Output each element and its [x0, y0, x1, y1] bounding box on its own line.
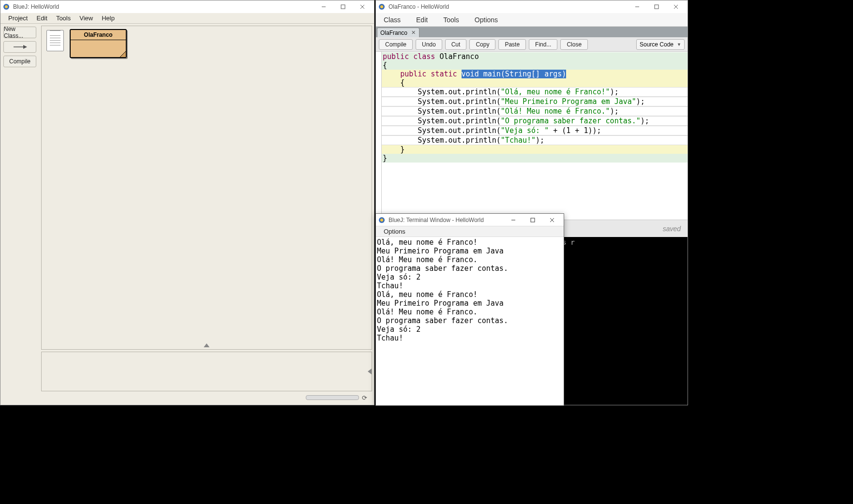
code-line[interactable]: }: [382, 145, 688, 154]
code-line[interactable]: System.out.println("Tchau!");: [382, 135, 688, 145]
code-line[interactable]: {: [382, 78, 688, 87]
terminal-line: Olá! Meu nome é Franco.: [377, 308, 563, 316]
main-title: BlueJ: HelloWorld: [13, 3, 314, 10]
class-name-label: OlaFranco: [71, 30, 126, 40]
minimize-button[interactable]: [628, 0, 647, 13]
code-line[interactable]: System.out.println("Olá! Meu nome é Fran…: [382, 106, 688, 116]
svg-point-15: [380, 219, 383, 222]
view-mode-label: Source Code: [640, 41, 673, 48]
tool-compile[interactable]: Compile: [379, 39, 413, 50]
main-window: BlueJ: HelloWorld Project Edit Tools Vie…: [0, 0, 374, 405]
editor-menubar: Class Edit Tools Options: [376, 13, 688, 27]
tab-close-icon[interactable]: ✕: [410, 30, 416, 36]
emenu-edit[interactable]: Edit: [413, 14, 431, 26]
close-button[interactable]: [542, 214, 562, 226]
progress-bar: [306, 395, 359, 400]
terminal-line: Olá, meu nome é Franco!: [377, 238, 563, 247]
close-button[interactable]: [353, 0, 372, 13]
terminal-window: BlueJ: Terminal Window - HelloWorld Opti…: [375, 213, 564, 406]
emenu-tools[interactable]: Tools: [440, 14, 462, 26]
code-lines[interactable]: public class OlaFranco { public static v…: [382, 52, 688, 220]
menu-options[interactable]: Options: [380, 227, 409, 236]
svg-marker-7: [23, 45, 27, 49]
code-line[interactable]: {: [382, 61, 688, 70]
terminal-menubar: Options: [376, 226, 564, 237]
terminal-line: Olá! Meu nome é Franco.: [377, 255, 563, 264]
terminal-title: BlueJ: Terminal Window - HelloWorld: [389, 217, 504, 223]
collapse-right-icon[interactable]: [368, 369, 372, 374]
code-gutter: [376, 52, 382, 220]
inherit-arrow-button[interactable]: [3, 41, 36, 53]
code-line[interactable]: }: [382, 154, 688, 163]
code-line[interactable]: System.out.println("Olá, meu nome é Fran…: [382, 87, 688, 97]
tool-find[interactable]: Find...: [529, 39, 557, 50]
left-toolbar: New Class... Compile: [0, 24, 39, 405]
maximize-button[interactable]: [333, 0, 353, 13]
editor-toolbar: Compile Undo Cut Copy Paste Find... Clos…: [376, 37, 688, 52]
menu-help[interactable]: Help: [98, 14, 119, 23]
terminal-line: Veja só: 2: [377, 273, 563, 282]
view-mode-select[interactable]: Source Code ▼: [636, 39, 685, 50]
editor-title: OlaFranco - HelloWorld: [389, 3, 628, 10]
minimize-button[interactable]: [314, 0, 333, 13]
main-body: New Class... Compile OlaFranco ⟳: [0, 24, 374, 405]
main-menubar: Project Edit Tools View Help: [0, 13, 374, 24]
emenu-class[interactable]: Class: [381, 14, 404, 26]
svg-point-9: [380, 5, 383, 8]
menu-project[interactable]: Project: [4, 14, 31, 23]
terminal-output[interactable]: Olá, meu nome é Franco!Meu Primeiro Prog…: [376, 237, 564, 405]
readme-icon[interactable]: [46, 30, 64, 51]
tool-copy[interactable]: Copy: [469, 39, 495, 50]
code-line[interactable]: System.out.println("Meu Primeiro Program…: [382, 97, 688, 106]
tab-label: OlaFranco: [380, 30, 407, 36]
main-titlebar[interactable]: BlueJ: HelloWorld: [0, 0, 374, 13]
svg-rect-3: [341, 5, 345, 9]
terminal-line: Tchau!: [377, 282, 563, 290]
tool-undo[interactable]: Undo: [416, 39, 442, 50]
minimize-button[interactable]: [504, 214, 523, 226]
close-button[interactable]: [666, 0, 686, 13]
svg-rect-17: [531, 218, 535, 222]
code-line[interactable]: System.out.println("O programa saber faz…: [382, 116, 688, 126]
terminal-line: Olá, meu nome é Franco!: [377, 290, 563, 299]
maximize-button[interactable]: [523, 214, 542, 226]
code-line[interactable]: public static void main(String[] args): [382, 70, 688, 78]
menu-edit[interactable]: Edit: [32, 14, 51, 23]
terminal-window-controls: [504, 214, 562, 226]
editor-tabstrip: OlaFranco ✕: [376, 27, 688, 37]
chevron-down-icon: ▼: [677, 42, 681, 47]
refresh-icon[interactable]: ⟳: [362, 394, 367, 401]
tool-close[interactable]: Close: [560, 39, 588, 50]
editor-window-controls: [628, 0, 686, 13]
bluej-icon: [378, 216, 386, 224]
bluej-icon: [378, 3, 386, 11]
class-fold-corner: [120, 51, 126, 57]
code-line[interactable]: System.out.println("Veja só: " + (1 + 1)…: [382, 126, 688, 135]
menu-view[interactable]: View: [75, 14, 97, 23]
emenu-options[interactable]: Options: [472, 14, 501, 26]
editor-titlebar[interactable]: OlaFranco - HelloWorld: [376, 0, 688, 13]
new-class-button[interactable]: New Class...: [3, 27, 36, 38]
terminal-line: Veja só: 2: [377, 325, 563, 334]
tool-paste[interactable]: Paste: [498, 39, 526, 50]
terminal-titlebar[interactable]: BlueJ: Terminal Window - HelloWorld: [376, 214, 564, 226]
terminal-line: O programa saber fazer contas.: [377, 316, 563, 325]
svg-point-1: [5, 5, 8, 8]
terminal-line: O programa saber fazer contas.: [377, 264, 563, 273]
saved-label: saved: [663, 225, 681, 233]
terminal-line: Meu Primeiro Programa em Java: [377, 299, 563, 308]
compile-button[interactable]: Compile: [3, 56, 36, 67]
expand-up-icon[interactable]: [204, 343, 210, 347]
main-statusbar: ⟳: [82, 393, 370, 402]
terminal-line: Tchau!: [377, 334, 563, 342]
code-area[interactable]: public class OlaFranco { public static v…: [376, 52, 688, 220]
code-line[interactable]: public class OlaFranco: [382, 52, 688, 61]
maximize-button[interactable]: [647, 0, 666, 13]
class-diagram-canvas[interactable]: OlaFranco: [41, 26, 372, 350]
tool-cut[interactable]: Cut: [445, 39, 467, 50]
tab-olafranco[interactable]: OlaFranco ✕: [377, 28, 419, 37]
bluej-icon: [2, 3, 10, 11]
object-bench[interactable]: [41, 352, 372, 391]
class-olafranco[interactable]: OlaFranco: [70, 29, 127, 58]
menu-tools[interactable]: Tools: [52, 14, 75, 23]
